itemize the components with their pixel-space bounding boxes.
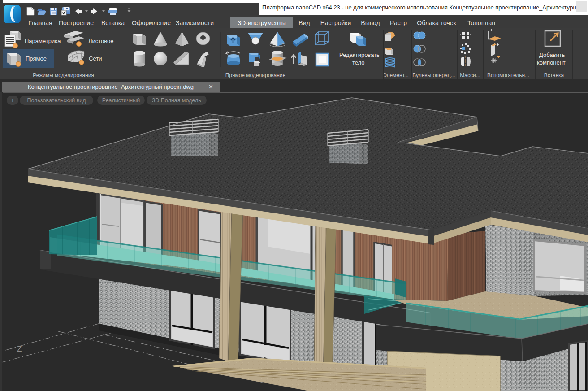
svg-text:Z: Z [17, 345, 22, 353]
